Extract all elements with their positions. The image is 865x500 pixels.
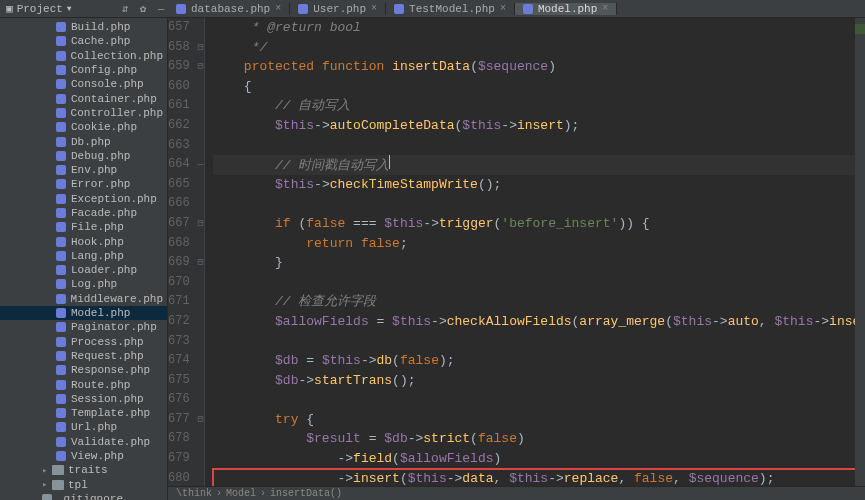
code-line[interactable]: $result = $db->strict(false) xyxy=(213,429,865,449)
line-number[interactable]: 680 xyxy=(168,469,190,486)
line-number[interactable]: 668 xyxy=(168,234,190,254)
code-line[interactable]: protected function insertData($sequence) xyxy=(213,57,865,77)
tree-file-log-php[interactable]: Log.php xyxy=(0,277,167,291)
line-number[interactable]: 660 xyxy=(168,77,190,97)
tree-file-route-php[interactable]: Route.php xyxy=(0,377,167,391)
line-number[interactable]: 671 xyxy=(168,292,190,312)
fold-marker[interactable] xyxy=(198,449,204,469)
tab-testmodel-php[interactable]: TestModel.php× xyxy=(386,3,515,15)
code-line[interactable]: // 检查允许字段 xyxy=(213,292,865,312)
tree-file-exception-php[interactable]: Exception.php xyxy=(0,192,167,206)
line-number[interactable]: 663 xyxy=(168,136,190,156)
line-number[interactable]: 674 xyxy=(168,351,190,371)
close-icon[interactable]: × xyxy=(602,3,608,14)
tree-file-debug-php[interactable]: Debug.php xyxy=(0,149,167,163)
fold-marker[interactable] xyxy=(198,136,204,156)
close-icon[interactable]: × xyxy=(275,3,281,14)
fold-marker[interactable] xyxy=(198,429,204,449)
line-number[interactable]: 669 xyxy=(168,253,190,273)
code-line[interactable] xyxy=(213,273,865,293)
code-line[interactable]: try { xyxy=(213,410,865,430)
line-number[interactable]: 672 xyxy=(168,312,190,332)
fold-marker[interactable] xyxy=(198,292,204,312)
hide-icon[interactable]: — xyxy=(154,3,168,15)
line-number[interactable]: 659 xyxy=(168,57,190,77)
tree-file-middleware-php[interactable]: Middleware.php xyxy=(0,292,167,306)
fold-marker[interactable] xyxy=(198,175,204,195)
code-line[interactable]: return false; xyxy=(213,234,865,254)
fold-marker[interactable]: ⊟ xyxy=(198,214,204,234)
tab-user-php[interactable]: User.php× xyxy=(290,3,386,15)
editor-content[interactable]: * @return bool */ protected function ins… xyxy=(205,18,865,486)
line-number[interactable]: 670 xyxy=(168,273,190,293)
fold-marker[interactable] xyxy=(198,351,204,371)
code-editor[interactable]: 6576586596606616626636646656666676686696… xyxy=(168,18,865,486)
fold-marker[interactable] xyxy=(198,273,204,293)
fold-marker[interactable]: ⊟ xyxy=(198,410,204,430)
tree-file-response-php[interactable]: Response.php xyxy=(0,363,167,377)
tree-folder-traits[interactable]: ▸traits xyxy=(0,463,167,477)
fold-marker[interactable]: ⊟ xyxy=(198,253,204,273)
tree-folder-tpl[interactable]: ▸tpl xyxy=(0,478,167,492)
tab-model-php[interactable]: Model.php× xyxy=(515,3,617,15)
line-number[interactable]: 673 xyxy=(168,332,190,352)
tree-file-cache-php[interactable]: Cache.php xyxy=(0,34,167,48)
tree-file-facade-php[interactable]: Facade.php xyxy=(0,206,167,220)
fold-marker[interactable] xyxy=(198,96,204,116)
tree-file-paginator-php[interactable]: Paginator.php xyxy=(0,320,167,334)
code-line[interactable]: { xyxy=(213,77,865,97)
dropdown-icon[interactable]: ▼ xyxy=(67,4,72,13)
fold-marker[interactable]: — xyxy=(198,155,204,175)
code-line[interactable]: * @return bool xyxy=(213,18,865,38)
tree-file-controller-php[interactable]: Controller.php xyxy=(0,106,167,120)
tree-file-container-php[interactable]: Container.php xyxy=(0,91,167,105)
tree-file-loader-php[interactable]: Loader.php xyxy=(0,263,167,277)
line-number[interactable]: 666 xyxy=(168,194,190,214)
line-number[interactable]: 665 xyxy=(168,175,190,195)
line-number[interactable]: 677 xyxy=(168,410,190,430)
collapse-icon[interactable]: ⇵ xyxy=(118,2,132,15)
close-icon[interactable]: × xyxy=(371,3,377,14)
code-line[interactable]: // 时间戳自动写入 xyxy=(213,155,865,175)
code-line[interactable] xyxy=(213,136,865,156)
tree-file--gitignore[interactable]: .gitignore xyxy=(0,492,167,500)
code-line[interactable]: ->insert($this->data, $this->replace, fa… xyxy=(213,469,865,486)
tree-file-collection-php[interactable]: Collection.php xyxy=(0,49,167,63)
breadcrumb[interactable]: \think › Model › insertData() xyxy=(168,486,865,500)
tree-file-session-php[interactable]: Session.php xyxy=(0,392,167,406)
tree-file-cookie-php[interactable]: Cookie.php xyxy=(0,120,167,134)
fold-marker[interactable] xyxy=(198,116,204,136)
code-line[interactable] xyxy=(213,332,865,352)
fold-marker[interactable] xyxy=(198,469,204,486)
tree-file-build-php[interactable]: Build.php xyxy=(0,20,167,34)
fold-gutter[interactable]: ⊟⊟—⊟⊟⊟ xyxy=(198,18,205,486)
code-line[interactable]: $this->autoCompleteData($this->insert); xyxy=(213,116,865,136)
tree-file-file-php[interactable]: File.php xyxy=(0,220,167,234)
code-line[interactable]: } xyxy=(213,253,865,273)
line-number[interactable]: 678 xyxy=(168,429,190,449)
code-line[interactable] xyxy=(213,194,865,214)
tree-file-error-php[interactable]: Error.php xyxy=(0,177,167,191)
fold-marker[interactable] xyxy=(198,18,204,38)
chevron-right-icon[interactable]: ▸ xyxy=(42,479,52,490)
tab-database-php[interactable]: database.php× xyxy=(168,3,290,15)
close-icon[interactable]: × xyxy=(500,3,506,14)
code-line[interactable]: $db = $this->db(false); xyxy=(213,351,865,371)
line-number[interactable]: 667 xyxy=(168,214,190,234)
tree-file-lang-php[interactable]: Lang.php xyxy=(0,249,167,263)
fold-marker[interactable] xyxy=(198,390,204,410)
tree-file-model-php[interactable]: Model.php xyxy=(0,306,167,320)
tree-file-view-php[interactable]: View.php xyxy=(0,449,167,463)
line-number[interactable]: 675 xyxy=(168,371,190,391)
tree-file-template-php[interactable]: Template.php xyxy=(0,406,167,420)
project-sidebar[interactable]: Build.phpCache.phpCollection.phpConfig.p… xyxy=(0,18,168,500)
error-stripe-marker[interactable] xyxy=(855,24,865,34)
code-line[interactable]: $allowFields = $this->checkAllowFields(a… xyxy=(213,312,865,332)
tree-file-db-php[interactable]: Db.php xyxy=(0,134,167,148)
fold-marker[interactable]: ⊟ xyxy=(198,38,204,58)
breadcrumb-class[interactable]: Model xyxy=(226,488,256,499)
line-number[interactable]: 657 xyxy=(168,18,190,38)
fold-marker[interactable]: ⊟ xyxy=(198,57,204,77)
fold-marker[interactable] xyxy=(198,194,204,214)
fold-marker[interactable] xyxy=(198,234,204,254)
